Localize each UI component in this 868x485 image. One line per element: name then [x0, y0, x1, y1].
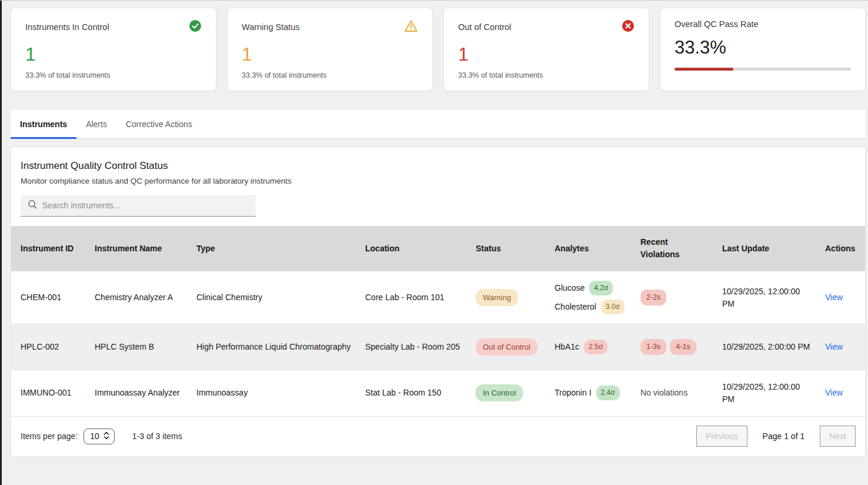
col-recent-violations: Recent Violations: [631, 226, 713, 271]
tab-label: Corrective Actions: [126, 119, 192, 129]
cell-instrument-id: HPLC-002: [11, 324, 85, 370]
search-box[interactable]: [21, 195, 256, 217]
qc-pass-rate-value: 33.3%: [675, 37, 851, 58]
table-row: HPLC-002 HPLC System B High Performance …: [11, 324, 865, 370]
col-last-update: Last Update: [713, 226, 816, 271]
table-row: CHEM-001 Chemistry Analyzer A Clinical C…: [11, 271, 865, 324]
col-actions: Actions: [816, 226, 865, 271]
instruments-table: Instrument ID Instrument Name Type Locat…: [11, 226, 865, 416]
view-link[interactable]: View: [825, 342, 843, 351]
next-page-button[interactable]: Next: [820, 426, 856, 447]
analyte-sigma-badge: 2.5σ: [584, 340, 607, 354]
window-left-edge: [0, 1, 2, 485]
status-badge: Warning: [476, 289, 518, 306]
tab-label: Alerts: [86, 119, 107, 129]
col-status: Status: [466, 226, 545, 271]
cell-last-update: 10/29/2025, 12:00:00 PM: [713, 370, 816, 416]
select-chevrons-icon: [104, 431, 109, 441]
violation-badge: 1-3s: [640, 339, 666, 355]
qc-dashboard-page: Instruments In Control 1 33.3% of total …: [0, 1, 868, 457]
check-circle-icon: [189, 19, 202, 35]
qc-pass-rate-progressbar: [675, 68, 851, 71]
analyte-name: Cholesterol: [555, 301, 596, 313]
status-badge: Out of Control: [476, 338, 538, 356]
panel-title: Instrument Quality Control Status: [21, 160, 856, 172]
col-instrument-id: Instrument ID: [11, 226, 85, 271]
analyte-name: Troponin I: [555, 387, 592, 399]
card-title: Instruments In Control: [25, 22, 109, 32]
items-per-page-label: Items per page:: [21, 431, 78, 441]
warning-triangle-icon: [404, 19, 418, 35]
table-header-row: Instrument ID Instrument Name Type Locat…: [11, 226, 865, 271]
cell-instrument-name: Immunoassay Analyzer: [85, 370, 187, 416]
cell-type: High Performance Liquid Chromatography: [187, 324, 356, 370]
status-badge: In Control: [476, 384, 523, 401]
card-title: Warning Status: [242, 22, 300, 32]
pagination-bar: Items per page: 10 1-3 of 3 items Previo…: [11, 416, 865, 456]
cell-violations: 2-2s: [631, 271, 713, 324]
page-info: Page 1 of 1: [763, 431, 805, 441]
items-range-text: 1-3 of 3 items: [132, 431, 182, 441]
previous-page-button[interactable]: Previous: [696, 426, 747, 447]
analyte-sigma-badge: 4.2σ: [589, 281, 613, 295]
cell-instrument-name: HPLC System B: [85, 324, 187, 370]
card-instruments-in-control: Instruments In Control 1 33.3% of total …: [11, 8, 216, 91]
cell-violations: No violations: [631, 370, 713, 416]
col-analytes: Analytes: [545, 226, 631, 271]
card-subtext: 33.3% of total instruments: [25, 71, 202, 79]
cell-type: Clinical Chemistry: [187, 271, 356, 324]
cell-analytes: HbA1c2.5σ: [545, 324, 631, 370]
cell-instrument-name: Chemistry Analyzer A: [85, 271, 187, 324]
tab-instruments[interactable]: Instruments: [11, 110, 76, 138]
violation-badge: 2-2s: [640, 290, 666, 305]
search-input[interactable]: [42, 201, 249, 210]
cell-location: Specialty Lab - Room 205: [356, 324, 466, 370]
tab-bar: Instruments Alerts Corrective Actions: [11, 110, 866, 139]
search-icon: [28, 200, 37, 211]
cell-location: Stat Lab - Room 150: [356, 370, 466, 416]
instrument-qc-panel: Instrument Quality Control Status Monito…: [11, 147, 866, 457]
cell-analytes: Glucose4.2σ Cholesterol3.0σ: [545, 271, 631, 324]
tab-corrective-actions[interactable]: Corrective Actions: [116, 110, 202, 138]
card-overall-qc-pass-rate: Overall QC Pass Rate 33.3%: [660, 8, 866, 91]
card-value: 1: [242, 45, 418, 64]
col-location: Location: [356, 226, 466, 271]
stat-cards-row: Instruments In Control 1 33.3% of total …: [11, 8, 866, 91]
cell-instrument-id: IMMUNO-001: [11, 370, 85, 416]
analyte-sigma-badge: 2.4σ: [596, 386, 620, 400]
card-title: Overall QC Pass Rate: [675, 19, 759, 29]
x-circle-icon: [622, 19, 635, 35]
qc-pass-rate-progress-fill: [675, 68, 733, 71]
cell-analytes: Troponin I2.4σ: [545, 370, 631, 416]
card-subtext: 33.3% of total instruments: [242, 71, 418, 79]
violation-badge: 4-1s: [670, 339, 696, 355]
card-out-of-control: Out of Control 1 33.3% of total instrume…: [443, 8, 649, 91]
table-row: IMMUNO-001 Immunoassay Analyzer Immunoas…: [11, 370, 865, 416]
col-instrument-name: Instrument Name: [85, 226, 187, 271]
cell-last-update: 10/29/2025, 2:00:00 PM: [713, 324, 816, 370]
view-link[interactable]: View: [825, 293, 843, 302]
card-value: 1: [458, 45, 635, 64]
analyte-name: Glucose: [555, 282, 585, 294]
items-per-page-value: 10: [90, 431, 99, 441]
card-subtext: 33.3% of total instruments: [458, 71, 635, 79]
cell-last-update: 10/29/2025, 12:00:00 PM: [713, 271, 816, 324]
cell-violations: 1-3s4-1s: [631, 324, 713, 370]
analyte-sigma-badge: 3.0σ: [601, 300, 625, 314]
card-title: Out of Control: [458, 22, 511, 32]
cell-instrument-id: CHEM-001: [11, 271, 85, 324]
no-violations-text: No violations: [640, 388, 687, 397]
view-link[interactable]: View: [825, 388, 843, 397]
col-type: Type: [187, 226, 356, 271]
cell-type: Immunoassay: [187, 370, 356, 416]
tab-alerts[interactable]: Alerts: [76, 110, 116, 138]
analyte-name: HbA1c: [555, 341, 579, 353]
cell-location: Core Lab - Room 101: [356, 271, 466, 324]
items-per-page-select[interactable]: 10: [84, 428, 115, 444]
card-value: 1: [25, 45, 202, 64]
tab-label: Instruments: [20, 119, 67, 129]
panel-subtitle: Monitor compliance status and QC perform…: [21, 177, 856, 185]
card-warning-status: Warning Status 1 33.3% of total instrume…: [227, 8, 433, 91]
